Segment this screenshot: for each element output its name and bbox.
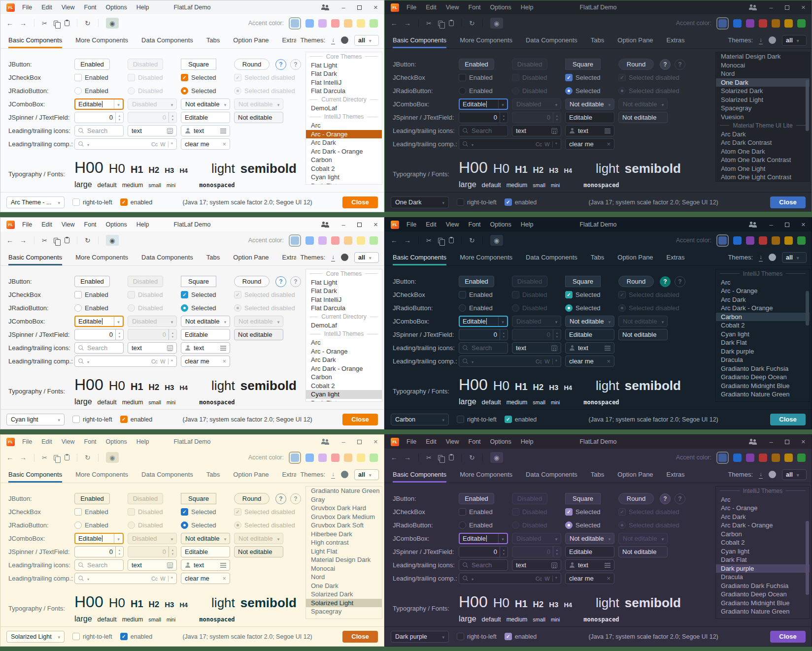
combobox-editable[interactable]: Editable [74,98,124,110]
back-icon[interactable] [6,236,13,244]
textfield-editable[interactable]: Editable [565,546,614,557]
menu-item-help[interactable]: Help [136,221,149,228]
clearable-input[interactable]: clear me [565,573,614,584]
theme-list-item[interactable]: Atom One Dark Contrast [716,156,810,164]
clearable-input[interactable]: clear me [181,356,230,367]
accent-swatch-2[interactable] [305,19,314,28]
round-button[interactable]: Round [618,59,654,70]
theme-list-item[interactable]: Cobalt 2 [306,164,382,173]
menu-item-edit[interactable]: Edit [426,221,437,228]
accent-swatch-2[interactable] [733,454,742,462]
menu-item-help[interactable]: Help [136,4,149,11]
enabled-option[interactable]: enabled [120,633,153,640]
theme-list-item[interactable]: Arc - Orange [716,287,810,295]
accent-swatch-3[interactable] [746,236,754,245]
theme-list-item[interactable]: Hiberbee Dark [306,530,382,539]
help-button-secondary[interactable]: ? [290,59,301,70]
round-button[interactable]: Round [234,59,270,70]
accent-swatch-5[interactable] [344,454,352,462]
chevron-down-icon[interactable] [472,140,474,148]
search-options-input[interactable]: CcW* [459,138,561,150]
theme-list-item[interactable]: Flat IntelliJ [306,78,382,87]
combobox-not-editable[interactable]: Not editable [565,533,614,544]
regex-toggle[interactable]: * [171,141,173,147]
rtl-checkbox[interactable] [457,198,464,206]
user-input[interactable]: text [181,342,230,354]
theme-list-item[interactable]: Nord [716,69,810,78]
accent-swatch-5[interactable] [344,236,352,245]
enabled-checkbox[interactable] [505,416,512,423]
radio-enabled[interactable] [459,521,466,529]
theme-list-item[interactable]: Light Flat [306,547,382,556]
accent-swatch-7[interactable] [797,19,806,28]
calendar-icon[interactable] [551,562,557,568]
menu-item-font[interactable]: Font [469,221,481,228]
minimize-button[interactable] [342,438,345,446]
spinner-arrows[interactable]: ▴▾ [115,329,123,340]
theme-list-item[interactable]: Arc Dark [716,130,810,139]
menu-item-view[interactable]: View [446,438,459,445]
theme-filter-select[interactable]: all [782,252,807,263]
theme-list-item[interactable]: Gruvbox Dark Hard [306,504,382,513]
rtl-checkbox[interactable] [457,633,464,640]
help-button[interactable]: ? [660,276,671,287]
theme-list-item[interactable]: Arc - Orange [716,504,810,513]
spinner-arrows[interactable]: ▴▾ [500,547,508,557]
show-hover-effects-toggle[interactable] [106,452,119,463]
accent-swatch-selected[interactable] [716,17,729,30]
tab-tabs[interactable]: Tabs [206,249,220,265]
tab-basic-components[interactable]: Basic Components [393,32,446,48]
back-icon[interactable] [391,236,398,244]
paste-icon[interactable] [449,20,454,26]
menu-item-edit[interactable]: Edit [426,438,437,445]
refresh-icon[interactable] [469,454,475,461]
theme-list-item[interactable]: Dracula [716,356,810,364]
enabled-option[interactable]: enabled [505,198,537,206]
accent-swatch-3[interactable] [746,454,754,462]
help-button[interactable]: ? [660,59,671,70]
help-button-secondary[interactable]: ? [290,493,301,504]
textfield-editable[interactable]: Editable [181,329,230,340]
menu-item-font[interactable]: Font [84,221,97,228]
accent-swatch-6[interactable] [357,454,365,462]
cut-icon[interactable] [42,454,47,461]
copy-icon[interactable] [438,455,442,460]
theme-list-item[interactable]: Carbon [306,373,382,382]
paste-icon[interactable] [65,20,69,26]
users-icon[interactable] [321,222,330,228]
tab-more-components[interactable]: More Components [75,466,128,483]
enabled-checkbox[interactable] [505,198,512,206]
radio-enabled[interactable] [74,87,82,95]
search-input[interactable]: Search [459,342,508,354]
date-input[interactable]: text [512,559,561,571]
menu-item-options[interactable]: Options [106,221,127,228]
theme-list-item[interactable]: Gradianto Nature Green [716,607,810,616]
tab-data-components[interactable]: Data Components [141,249,193,265]
back-icon[interactable] [391,19,398,27]
radio-selected[interactable] [181,304,188,312]
accent-swatch-selected[interactable] [289,17,301,30]
back-icon[interactable] [6,454,13,461]
theme-list-item[interactable]: Monocai [306,564,382,573]
date-input[interactable]: text [128,125,177,136]
radio-enabled[interactable] [74,304,82,312]
list-icon[interactable] [605,563,610,564]
theme-list-item[interactable]: DemoLaf [306,321,382,330]
accent-swatch-4[interactable] [331,236,339,245]
theme-list-item-selected[interactable]: One Dark [716,78,810,87]
accent-swatch-1[interactable] [291,19,299,28]
paste-icon[interactable] [449,237,454,243]
search-input[interactable]: Search [459,125,508,136]
combobox-editable[interactable]: Editable [459,533,508,544]
accent-swatch-4[interactable] [759,454,767,462]
combobox-not-editable[interactable]: Not editable [181,316,230,327]
accent-swatch-2[interactable] [733,19,742,28]
checkbox-selected[interactable] [565,74,573,81]
theme-list-item[interactable]: Gradianto Nature Green [306,487,382,495]
combobox-editable[interactable]: Editable [74,316,124,327]
theme-list-item[interactable]: Cobalt 2 [716,321,810,330]
menu-item-view[interactable]: View [62,438,75,445]
close-window-button[interactable] [801,439,806,445]
menu-item-view[interactable]: View [446,4,459,11]
accent-swatch-1[interactable] [718,236,727,245]
